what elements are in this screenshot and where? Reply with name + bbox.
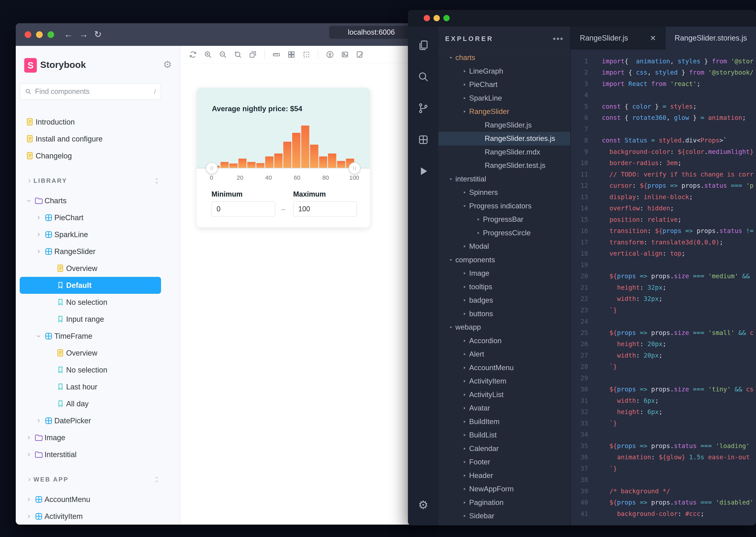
slider-handle-min[interactable] — [206, 162, 218, 174]
tree-item-accountmenu[interactable]: AccountMenu — [438, 361, 570, 375]
back-icon[interactable]: ← — [64, 23, 73, 46]
sidebar-item-changelog[interactable]: Changelog — [20, 147, 161, 164]
close-window-button[interactable] — [24, 31, 31, 38]
image-icon[interactable] — [340, 50, 350, 60]
gear-icon[interactable]: ⚙ — [408, 498, 438, 512]
gear-icon[interactable]: ⚙ — [163, 59, 172, 70]
sidebar-item-rangeslider[interactable]: RangeSlider — [20, 243, 161, 260]
close-icon[interactable]: ✕ — [650, 34, 656, 43]
background-toggle-icon[interactable] — [248, 50, 258, 60]
tree-item-interstitial[interactable]: interstitial — [438, 172, 570, 186]
tree-item-spinners[interactable]: Spinners — [438, 186, 570, 199]
tree-item-linegraph[interactable]: LineGraph — [438, 64, 570, 78]
sidebar-item-overview[interactable]: Overview — [20, 260, 161, 277]
sidebar-item-activityitem[interactable]: ActivityItem — [20, 508, 161, 525]
zoom-in-icon[interactable] — [203, 50, 213, 60]
code-line: 16 transition: ${props => props.status !… — [571, 225, 756, 237]
sidebar-item-timeframe[interactable]: TimeFrame — [20, 328, 161, 345]
close-window-button[interactable] — [424, 15, 430, 21]
sidebar-item-no-selection[interactable]: No selection — [20, 294, 161, 311]
tree-item-sidebar[interactable]: Sidebar — [438, 509, 570, 523]
accessibility-icon[interactable] — [325, 50, 335, 60]
search-input[interactable]: Find components / — [20, 83, 161, 100]
sidebar-item-last-hour[interactable]: Last hour — [20, 378, 161, 395]
outline-icon[interactable] — [301, 50, 311, 60]
tree-item-modal[interactable]: Modal — [438, 240, 570, 253]
forward-icon[interactable]: → — [79, 23, 88, 46]
histogram-bar — [301, 126, 309, 168]
sort-icon[interactable] — [155, 178, 159, 184]
minimize-window-button[interactable] — [36, 31, 43, 38]
sidebar-item-charts[interactable]: Charts — [20, 192, 161, 209]
reload-icon[interactable]: ↻ — [94, 23, 102, 46]
maximum-input[interactable]: 100 — [293, 201, 357, 217]
sidebar-section-web-app[interactable]: WEB APP — [20, 471, 161, 488]
tree-item-rangeslider-mdx[interactable]: RangeSlider.mdx — [438, 145, 570, 159]
tab-rangeslider-stories-js[interactable]: RangeSlider.stories.js — [665, 26, 756, 50]
url-bar[interactable]: localhost:6006 — [329, 26, 414, 39]
sidebar-item-overview[interactable]: Overview — [20, 345, 161, 361]
tree-item-sparkline[interactable]: SparkLine — [438, 92, 570, 105]
tree-item-header[interactable]: Header — [438, 469, 570, 482]
sidebar-item-input-range[interactable]: Input range — [20, 311, 161, 328]
tree-item-rangeslider[interactable]: RangeSlider — [438, 105, 570, 118]
sync-icon[interactable] — [188, 50, 198, 60]
tree-item-calendar[interactable]: Calendar — [438, 442, 570, 456]
source-control-icon[interactable] — [417, 101, 430, 115]
tree-item-buttons[interactable]: buttons — [438, 307, 570, 321]
more-icon[interactable]: ••• — [553, 34, 564, 44]
tree-item-image[interactable]: Image — [438, 267, 570, 280]
sidebar-item-interstitial[interactable]: Interstitial — [20, 446, 161, 463]
files-icon[interactable] — [417, 38, 430, 52]
tree-item-charts[interactable]: charts — [438, 51, 570, 64]
extensions-icon[interactable] — [417, 133, 430, 146]
tree-item-piechart[interactable]: PieChart — [438, 78, 570, 92]
minimize-window-button[interactable] — [433, 15, 440, 21]
sidebar-item-image[interactable]: Image — [20, 429, 161, 446]
tree-item-components[interactable]: components — [438, 253, 570, 267]
edit-box-icon[interactable] — [355, 50, 365, 60]
sidebar-item-datepicker[interactable]: DatePicker — [20, 412, 161, 429]
zoom-window-button[interactable] — [47, 31, 54, 38]
tree-item-webapp[interactable]: webapp — [438, 320, 570, 334]
code-editor[interactable]: 1import{ animation, styles } from '@stor… — [571, 50, 756, 525]
tree-item-builditem[interactable]: BuildItem — [438, 415, 570, 429]
tree-item-pagination[interactable]: Pagination — [438, 496, 570, 510]
tree-item-badges[interactable]: badges — [438, 294, 570, 307]
ruler-icon[interactable] — [272, 50, 281, 60]
slider-handle-max[interactable] — [349, 162, 361, 174]
tree-item-buildlist[interactable]: BuildList — [438, 429, 570, 442]
sidebar-item-all-day[interactable]: All day — [20, 395, 161, 412]
sort-icon[interactable] — [155, 476, 159, 483]
search-icon[interactable] — [417, 70, 430, 84]
tree-item-accordion[interactable]: Accordion — [438, 334, 570, 348]
sidebar-item-install-and-configure[interactable]: Install and configure — [20, 131, 161, 147]
sidebar-item-accountmenu[interactable]: AccountMenu — [20, 491, 161, 508]
tree-item-rangeslider-test-js[interactable]: RangeSlider.test.js — [438, 159, 570, 172]
sidebar-item-piechart[interactable]: PieChart — [20, 209, 161, 226]
tab-rangeslider-js[interactable]: RangeSlider.js ✕ — [571, 26, 665, 50]
tree-item-tooltips[interactable]: tooltips — [438, 280, 570, 294]
tree-item-rangeslider-js[interactable]: RangeSlider.js — [438, 118, 570, 132]
run-icon[interactable] — [417, 164, 430, 178]
zoom-window-button[interactable] — [443, 15, 450, 21]
tree-item-activitylist[interactable]: ActivityList — [438, 388, 570, 402]
zoom-out-icon[interactable] — [218, 50, 228, 60]
tree-item-newappform[interactable]: NewAppForm — [438, 482, 570, 496]
tree-item-progressbar[interactable]: ProgressBar — [438, 213, 570, 226]
sidebar-item-sparkline[interactable]: SparkLine — [20, 226, 161, 243]
grid-icon[interactable] — [287, 50, 296, 60]
sidebar-item-introduction[interactable]: Introduction — [20, 113, 161, 131]
sidebar-item-no-selection[interactable]: No selection — [20, 361, 161, 378]
zoom-reset-icon[interactable] — [233, 50, 243, 60]
tree-item-footer[interactable]: Footer — [438, 455, 570, 469]
tree-item-progress-indicators[interactable]: Progress indicators — [438, 199, 570, 213]
minimum-input[interactable]: 0 — [211, 201, 275, 217]
sidebar-section-library[interactable]: LIBRARY — [20, 172, 161, 189]
tree-item-avatar[interactable]: Avatar — [438, 401, 570, 415]
tree-item-activityitem[interactable]: ActivityItem — [438, 374, 570, 388]
tree-item-alert[interactable]: Alert — [438, 348, 570, 361]
sidebar-item-default[interactable]: Default — [20, 277, 161, 294]
tree-item-rangeslider-stories-js[interactable]: RangeSlider.stories.js — [438, 132, 570, 145]
tree-item-progresscircle[interactable]: ProgressCircle — [438, 226, 570, 240]
